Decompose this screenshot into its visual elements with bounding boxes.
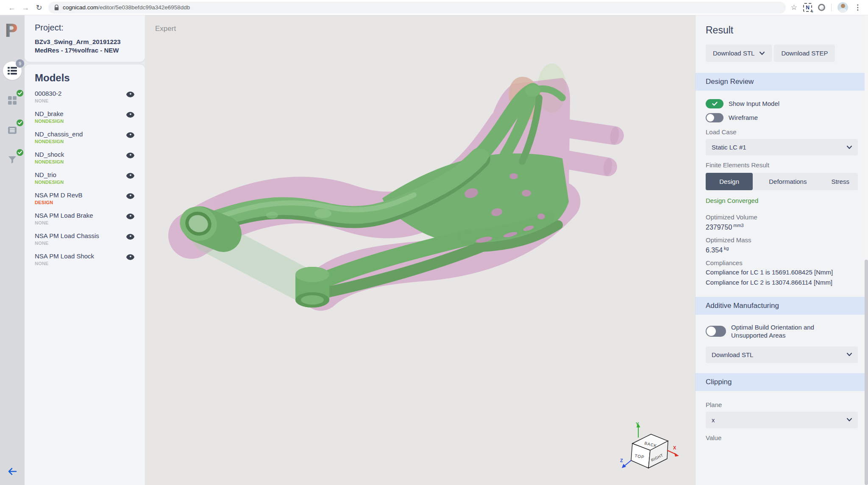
project-card: Project: BZv3_Swing_Arm_20191223 MedRes … (25, 15, 145, 62)
model-row[interactable]: NSA PM D RevB DESIGN (35, 191, 135, 205)
optimization-tool-button[interactable] (3, 150, 22, 169)
address-bar[interactable]: cognicad.com /editor/5e038befdc99a342e69… (48, 2, 786, 14)
model-status: NONDESIGN (35, 180, 64, 185)
wireframe-label: Wireframe (729, 114, 758, 122)
profile-avatar[interactable] (837, 2, 848, 13)
chevron-down-icon (760, 52, 765, 55)
build-orientation-row: Optimal Build Orientation and Unsupporte… (706, 323, 858, 340)
model-status: NONE (35, 98, 61, 103)
plane-select[interactable]: x (706, 412, 858, 428)
axis-z-label: Z (620, 458, 623, 463)
mass-number: 6.354 (706, 247, 723, 254)
panel-scrollbar[interactable] (865, 15, 868, 485)
swingarm-3d-scene[interactable] (145, 15, 695, 485)
visibility-eye-icon[interactable] (126, 91, 135, 97)
model-status: NONE (35, 220, 93, 225)
build-orientation-label: Optimal Build Orientation and Unsupporte… (731, 323, 833, 340)
view-cube[interactable]: Y BACK TOP RIGHT X Z (620, 421, 683, 472)
table-icon (8, 67, 17, 75)
visibility-eye-icon[interactable] (126, 132, 135, 138)
build-orientation-toggle[interactable] (706, 326, 726, 337)
svg-text:P: P (5, 21, 18, 40)
models-tool-button[interactable]: 9 (3, 61, 22, 80)
visibility-eye-icon[interactable] (126, 193, 135, 199)
materials-tool-button[interactable] (3, 91, 22, 110)
volume-number: 2379750 (706, 224, 732, 231)
fe-result-tabs: Design Deformations Stress (706, 173, 858, 190)
browser-menu-icon[interactable]: ⋮ (854, 3, 861, 12)
model-row[interactable]: NSA PM Load Chassis NONE (35, 232, 135, 246)
model-name: NSA PM Load Chassis (35, 232, 99, 239)
tab-design[interactable]: Design (706, 173, 753, 190)
download-stl-label: Download STL (713, 50, 754, 57)
browser-toolbar: ← → ↻ cognicad.com /editor/5e038befdc99a… (0, 0, 868, 15)
list-card-icon (8, 127, 17, 134)
collapse-panel-arrow[interactable] (7, 467, 17, 476)
optimized-mass-value: 6.354kg (706, 247, 858, 254)
bookmark-star-icon[interactable]: ☆ (791, 3, 797, 12)
browser-back-icon[interactable]: ← (5, 0, 19, 15)
am-download-stl-select[interactable]: Download STL (706, 346, 858, 363)
browser-reload-icon[interactable]: ↻ (32, 0, 46, 15)
loadcases-tool-button[interactable] (3, 121, 22, 139)
axis-y-label: Y (636, 421, 639, 427)
show-input-model-toggle[interactable] (706, 99, 723, 108)
download-step-button[interactable]: Download STEP (774, 44, 835, 62)
visibility-eye-icon[interactable] (126, 152, 135, 158)
check-badge (16, 148, 24, 157)
models-title: Models (35, 72, 135, 84)
additive-manufacturing-header: Additive Manufacturing (696, 297, 868, 315)
visibility-eye-icon[interactable] (126, 234, 135, 240)
check-badge (16, 119, 24, 127)
show-input-model-row: Show Input Model (706, 99, 858, 108)
load-case-select[interactable]: Static LC #1 (706, 139, 858, 155)
browser-forward-icon[interactable]: → (19, 0, 32, 15)
check-icon (712, 102, 718, 106)
clipper-extension-icon[interactable]: N (803, 3, 812, 12)
model-row[interactable]: ND_trio NONDESIGN (35, 171, 135, 185)
download-step-label: Download STEP (781, 50, 828, 57)
project-name: BZv3_Swing_Arm_20191223 MedRes - 17%volf… (35, 38, 135, 54)
wireframe-row: Wireframe (706, 113, 858, 122)
tab-stress[interactable]: Stress (823, 173, 858, 190)
funnel-icon (8, 156, 17, 164)
axis-x-label: X (673, 445, 676, 450)
3d-viewport[interactable]: Expert (145, 15, 695, 485)
result-panel: Result Download STL Download STEP Design… (695, 15, 868, 485)
load-case-value: Static LC #1 (712, 144, 746, 151)
model-name: ND_brake (35, 110, 64, 117)
tool-rail: P 9 (0, 15, 25, 485)
am-download-stl-value: Download STL (712, 351, 753, 358)
url-path: /editor/5e038befdc99a342e6958ddb (98, 4, 190, 11)
models-list: Models 000830-2 NONE ND_brake NONDESIGN … (25, 64, 145, 485)
grid-icon (8, 96, 17, 105)
wireframe-toggle[interactable] (706, 113, 723, 122)
tab-deformations[interactable]: Deformations (753, 173, 823, 190)
model-name: NSA PM Load Shock (35, 252, 94, 260)
plane-label: Plane (706, 401, 858, 408)
model-row[interactable]: NSA PM Load Brake NONE (35, 212, 135, 225)
model-row[interactable]: ND_brake NONDESIGN (35, 110, 135, 124)
scrollbar-thumb[interactable] (865, 260, 868, 485)
model-status: NONDESIGN (35, 139, 83, 144)
project-label: Project: (35, 23, 135, 33)
optimized-mass-label: Optimized Mass (706, 236, 858, 244)
model-name: ND_chassis_end (35, 130, 83, 138)
chevron-down-icon (847, 146, 852, 149)
model-name: ND_trio (35, 171, 64, 178)
toolbar-divider (831, 4, 832, 11)
extension-circle-icon[interactable] (818, 4, 825, 11)
model-row[interactable]: NSA PM Load Shock NONE (35, 252, 135, 266)
visibility-eye-icon[interactable] (126, 213, 135, 219)
compliance-lc2: Compliance for LC 2 is 13074.866114 [Nmm… (706, 279, 839, 287)
model-status: DESIGN (35, 200, 83, 205)
optimized-volume-label: Optimized Volume (706, 213, 858, 221)
model-row[interactable]: 000830-2 NONE (35, 90, 135, 103)
model-row[interactable]: ND_shock NONDESIGN (35, 151, 135, 164)
load-case-label: Load Case (706, 128, 858, 136)
visibility-eye-icon[interactable] (126, 173, 135, 179)
download-stl-button[interactable]: Download STL (706, 44, 772, 62)
visibility-eye-icon[interactable] (126, 254, 135, 260)
visibility-eye-icon[interactable] (126, 112, 135, 118)
model-row[interactable]: ND_chassis_end NONDESIGN (35, 130, 135, 144)
